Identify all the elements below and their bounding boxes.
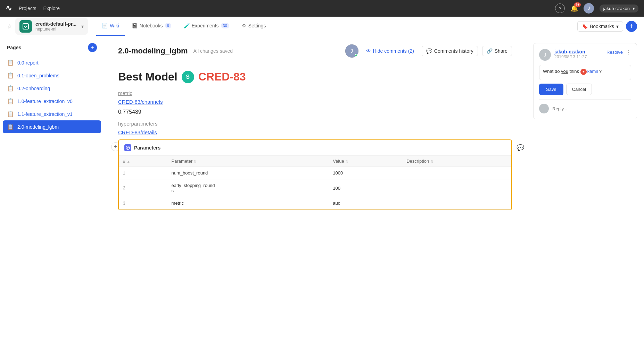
author-avatar: J [345, 44, 358, 58]
sidebar-item-label: 0.2-onboarding [17, 86, 50, 91]
share-icon: 🔗 [487, 48, 493, 54]
share-button[interactable]: 🔗 Share [482, 46, 512, 56]
sidebar-item-label: 2.0-modeling_lgbm [17, 124, 59, 130]
comment-time: 2019/08/13 11:27 [554, 54, 603, 59]
page-icon: 📋 [7, 123, 14, 130]
params-header: Parameters [119, 140, 511, 156]
notifications-badge: 9+ [574, 2, 581, 7]
row-desc [402, 167, 511, 179]
project-chevron-icon: ▾ [81, 24, 84, 29]
favorite-icon[interactable]: ☆ [7, 23, 13, 30]
sidebar-item-0-1-open-problems[interactable]: 📋 0.1-open_problems [0, 69, 104, 82]
project-selector[interactable]: credit-default-pr... neptune-ml ▾ [15, 18, 88, 35]
user-menu[interactable]: jakub-czakon ▾ [600, 5, 638, 12]
tab-wiki-label: Wiki [110, 23, 119, 28]
resolve-button[interactable]: Resolve [606, 50, 623, 55]
hyper-link-base: CRED-83/ [118, 129, 142, 135]
project-name: credit-default-pr... [35, 21, 76, 27]
sidebar-item-1-1-feature-extraction-v1[interactable]: 📋 1.1-feature_extraction_v1 [0, 108, 104, 120]
experiments-icon: 🧪 [184, 23, 190, 28]
add-comment-button[interactable]: 💬 [515, 142, 526, 153]
page-icon: 📋 [7, 98, 14, 104]
heading-text: Best Model [118, 70, 177, 83]
main-content: 2.0-modeling_lgbm All changes saved J 👁 … [104, 36, 526, 341]
more-options-icon[interactable]: ⋮ [626, 49, 631, 56]
sidebar-item-label: 0.0-report [17, 60, 39, 66]
row-num: 2 [119, 179, 167, 197]
row-desc [402, 197, 511, 210]
sidebar-item-label: 1.1-feature_extraction_v1 [17, 111, 73, 117]
sidebar-header: Pages + [0, 43, 104, 56]
comment-text: What do you think ✦kamil ? [539, 65, 631, 80]
user-name: jakub-czakon [603, 6, 630, 11]
top-navigation: ∿ Projects Explore ? 🔔 9+ J jakub-czakon… [0, 0, 644, 17]
tab-settings[interactable]: ⚙ Settings [236, 17, 272, 36]
sidebar-add-button[interactable]: + [88, 43, 97, 52]
svg-rect-0 [23, 24, 28, 29]
cancel-button[interactable]: Cancel [566, 84, 592, 95]
comment-text-you: you [561, 69, 568, 74]
eye-icon: 👁 [366, 48, 371, 54]
page-icon: 📋 [7, 72, 14, 79]
sidebar-item-label: 1.0-feature_extraction_v0 [17, 99, 73, 104]
hyper-link-anchor[interactable]: details [142, 129, 157, 135]
sub-navigation: ☆ credit-default-pr... neptune-ml ▾ 📄 Wi… [0, 17, 644, 36]
reply-input[interactable] [552, 106, 631, 111]
add-page-button[interactable]: + [626, 21, 637, 32]
sidebar-item-1-0-feature-extraction-v0[interactable]: 📋 1.0-feature_extraction_v0 [0, 95, 104, 108]
hyperparameters-link[interactable]: CRED-83/details [118, 129, 512, 135]
wiki-icon: 📄 [102, 23, 108, 28]
bookmarks-chevron-icon: ▾ [616, 24, 619, 29]
sidebar-item-0-2-onboarding[interactable]: 📋 0.2-onboarding [0, 82, 104, 95]
mention-icon: ✦ [580, 69, 587, 75]
comments-history-button[interactable]: 💬 Comments history [422, 46, 478, 56]
hyperparameters-label: hyperparameters [118, 121, 512, 127]
page-icon: 📋 [7, 85, 14, 92]
page-content: Best Model S CRED-83 metric CRED-83/chan… [118, 62, 512, 219]
tab-notebooks[interactable]: 📓 Notebooks 6 [126, 17, 177, 36]
tab-wiki[interactable]: 📄 Wiki [96, 17, 124, 36]
params-table: # ▲ Parameter ⇅ Value ⇅ Description ⇅ 1 … [119, 156, 511, 210]
metric-label: metric [118, 90, 512, 96]
sidebar-item-0-0-report[interactable]: 📋 0.0-report [0, 56, 104, 69]
project-icon [19, 20, 32, 33]
page-icon: 📋 [7, 111, 14, 117]
metric-link-anchor[interactable]: channels [142, 99, 163, 105]
col-parameter: Parameter ⇅ [167, 156, 329, 167]
params-title: Parameters [134, 145, 160, 151]
best-model-heading: Best Model S CRED-83 [118, 70, 512, 83]
help-icon[interactable]: ? [555, 3, 565, 13]
hide-comments-button[interactable]: 👁 Hide comments (2) [363, 46, 418, 56]
bookmarks-button[interactable]: 🔖 Bookmarks ▾ [577, 21, 623, 32]
page-header: 2.0-modeling_lgbm All changes saved J 👁 … [118, 36, 512, 62]
save-button[interactable]: Save [539, 84, 563, 95]
cred-badge: S [182, 71, 194, 83]
bookmarks-icon: 🔖 [582, 24, 588, 29]
cred-link[interactable]: CRED-83 [198, 70, 246, 83]
page-title: 2.0-modeling_lgbm [118, 46, 188, 56]
comment-text-after: ? [598, 69, 602, 74]
notifications-icon[interactable]: 🔔 9+ [570, 5, 578, 12]
user-chevron: ▾ [633, 6, 635, 11]
row-param: num_boost_round [167, 167, 329, 179]
comment-avatar: J [539, 49, 551, 61]
tab-experiments[interactable]: 🧪 Experiments 30 [178, 17, 235, 36]
page-icon: 📋 [7, 59, 14, 66]
metric-link[interactable]: CRED-83/channels [118, 99, 512, 105]
comment-panel: J jakub-czakon 2019/08/13 11:27 Resolve … [526, 36, 644, 341]
row-desc [402, 179, 511, 197]
mention-badge: ✦kamil [580, 69, 598, 74]
share-label: Share [495, 48, 507, 54]
projects-link[interactable]: Projects [19, 6, 36, 11]
explore-link[interactable]: Explore [43, 6, 60, 11]
user-avatar[interactable]: J [584, 3, 594, 14]
row-param: metric [167, 197, 329, 210]
metric-value: 0.775489 [118, 109, 512, 115]
row-value: 1000 [329, 167, 402, 179]
reply-row [539, 99, 631, 113]
comment-text-before: What do [543, 69, 561, 74]
col-value: Value ⇅ [329, 156, 402, 167]
table-row: 3 metric auc [119, 197, 511, 210]
nav-tabs: 📄 Wiki 📓 Notebooks 6 🧪 Experiments 30 ⚙ … [96, 17, 577, 36]
sidebar-item-2-0-modeling-lgbm[interactable]: 📋 2.0-modeling_lgbm [3, 120, 101, 133]
